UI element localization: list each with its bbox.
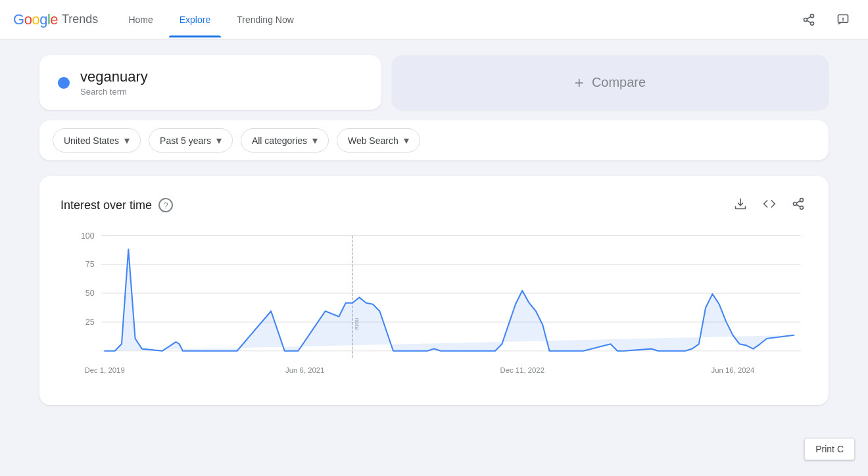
region-dropdown-arrow: ▾ (124, 134, 130, 147)
chart-title: Interest over time (60, 199, 152, 212)
main-content: veganuary Search term + Compare United S… (0, 39, 868, 421)
compare-plus-icon: + (575, 74, 584, 92)
nav-trending-now[interactable]: Trending Now (226, 9, 304, 30)
logo-area: Google Trends (13, 11, 98, 28)
svg-point-10 (794, 202, 797, 206)
search-dot (58, 77, 70, 89)
chart-header: Interest over time ? (60, 195, 808, 216)
category-dropdown-arrow: ▾ (312, 134, 318, 147)
category-filter[interactable]: All categories ▾ (241, 128, 329, 153)
svg-text:100: 100 (81, 231, 95, 241)
download-button[interactable] (731, 195, 750, 216)
svg-text:Dec 11, 2022: Dec 11, 2022 (500, 366, 545, 374)
chart-container: 100 75 50 25 note Dec 1, 2019 Jun 6, 202… (60, 229, 808, 387)
search-term-info: veganuary Search term (80, 68, 148, 97)
nav-links: Home Explore Trending Now (118, 9, 797, 30)
share-icon (802, 13, 815, 26)
feedback-icon (836, 13, 850, 26)
header-actions (797, 8, 855, 32)
svg-text:Dec 1, 2019: Dec 1, 2019 (85, 366, 125, 374)
search-type-dropdown-arrow: ▾ (404, 134, 409, 147)
search-row: veganuary Search term + Compare (39, 55, 829, 110)
nav-home[interactable]: Home (118, 9, 163, 30)
help-icon[interactable]: ? (158, 198, 173, 212)
chart-title-area: Interest over time ? (60, 198, 173, 212)
search-type-label: Web Search (348, 135, 398, 146)
nav-explore[interactable]: Explore (169, 9, 221, 30)
embed-button[interactable] (760, 195, 779, 216)
svg-point-2 (811, 22, 814, 25)
svg-point-9 (800, 199, 804, 202)
chart-share-button[interactable] (789, 195, 808, 216)
google-logo: Google (13, 11, 58, 28)
search-type-filter[interactable]: Web Search ▾ (337, 128, 420, 153)
trends-label: Trends (62, 12, 98, 26)
svg-text:Jun 6, 2021: Jun 6, 2021 (285, 366, 324, 374)
print-button[interactable]: Print C (804, 438, 855, 460)
svg-text:50: 50 (85, 289, 95, 298)
category-label: All categories (252, 135, 307, 146)
svg-text:75: 75 (85, 260, 95, 269)
time-filter[interactable]: Past 5 years ▾ (149, 128, 233, 153)
search-term-name: veganuary (80, 68, 148, 85)
svg-point-0 (811, 14, 814, 17)
help-label: ? (163, 201, 168, 210)
svg-text:25: 25 (85, 318, 95, 327)
time-label: Past 5 years (160, 135, 211, 146)
search-card: veganuary Search term (39, 55, 381, 110)
chart-actions (731, 195, 808, 216)
interest-over-time-chart: 100 75 50 25 note Dec 1, 2019 Jun 6, 202… (60, 229, 808, 387)
region-label: United States (64, 135, 119, 146)
svg-line-12 (796, 204, 800, 206)
chart-card: Interest over time ? (39, 176, 829, 405)
svg-point-8 (842, 20, 844, 21)
time-dropdown-arrow: ▾ (216, 134, 222, 147)
share-button[interactable] (797, 8, 821, 32)
compare-card[interactable]: + Compare (392, 55, 829, 110)
header: Google Trends Home Explore Trending Now (0, 0, 868, 39)
svg-line-4 (807, 16, 811, 18)
svg-line-3 (807, 20, 811, 22)
search-term-type: Search term (80, 87, 148, 97)
svg-point-11 (800, 206, 804, 209)
chart-share-icon (792, 197, 805, 210)
svg-point-1 (804, 18, 808, 21)
compare-label: Compare (592, 75, 646, 90)
embed-icon (763, 197, 776, 210)
filter-row: United States ▾ Past 5 years ▾ All categ… (39, 120, 829, 160)
svg-text:Jun 16, 2024: Jun 16, 2024 (711, 366, 755, 374)
region-filter[interactable]: United States ▾ (53, 128, 141, 153)
download-icon (734, 197, 747, 210)
svg-line-13 (796, 201, 800, 202)
feedback-button[interactable] (831, 8, 855, 32)
